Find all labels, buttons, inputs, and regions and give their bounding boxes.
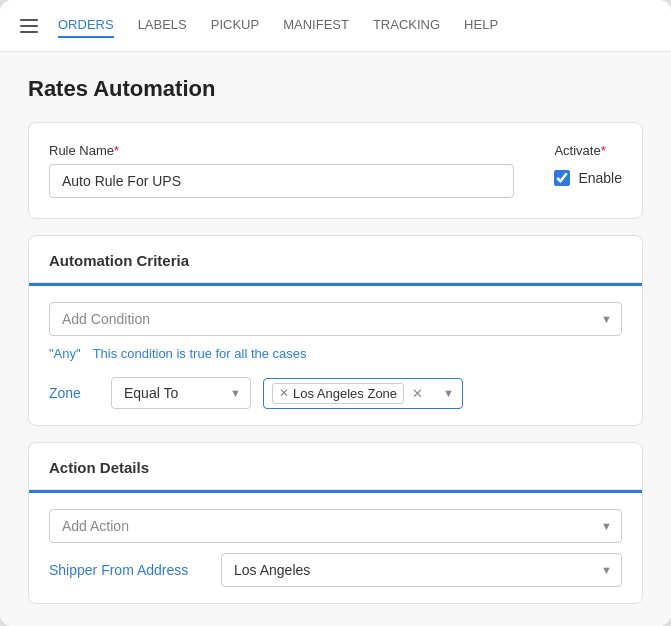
- condition-info: "Any" This condition is true for all the…: [49, 346, 622, 361]
- automation-section-title: Automation Criteria: [49, 252, 189, 269]
- shipper-select-wrapper: Los Angeles ▼: [221, 553, 622, 587]
- page-title: Rates Automation: [28, 76, 643, 102]
- enable-checkbox[interactable]: [554, 170, 570, 186]
- action-card: Action Details Add Action ▼ Shipper From…: [28, 442, 643, 604]
- action-section-title: Action Details: [49, 459, 149, 476]
- nav-manifest[interactable]: MANIFEST: [283, 13, 349, 38]
- add-action-wrapper: Add Action ▼: [49, 509, 622, 543]
- zone-row: Zone Equal To ▼ ✕ Los Angeles Zone ✕: [49, 377, 622, 409]
- condition-any: "Any": [49, 346, 81, 361]
- shipper-label: Shipper From Address: [49, 562, 209, 578]
- rule-card-top: Rule Name* Activate* Enable: [29, 123, 642, 218]
- automation-card: Automation Criteria Add Condition ▼ "Any…: [28, 235, 643, 426]
- action-section-header: Action Details: [29, 443, 642, 490]
- rule-name-label: Rule Name*: [49, 143, 514, 158]
- enable-label: Enable: [578, 170, 622, 186]
- zone-label: Zone: [49, 385, 99, 401]
- nav-orders[interactable]: ORDERS: [58, 13, 114, 38]
- nav-links: ORDERS LABELS PICKUP MANIFEST TRACKING H…: [58, 13, 498, 38]
- action-section-body: Add Action ▼ Shipper From Address Los An…: [29, 493, 642, 603]
- rule-name-group: Rule Name*: [49, 143, 514, 198]
- condition-desc: This condition is true for all the cases: [93, 346, 307, 361]
- add-condition-select[interactable]: Add Condition: [49, 302, 622, 336]
- app-container: ORDERS LABELS PICKUP MANIFEST TRACKING H…: [0, 0, 671, 626]
- tag-input-wrapper[interactable]: ✕ Los Angeles Zone ✕ ▼: [263, 378, 463, 409]
- tag-dropdown-icon[interactable]: ▼: [443, 387, 454, 399]
- rule-card: Rule Name* Activate* Enable: [28, 122, 643, 219]
- form-row: Rule Name* Activate* Enable: [49, 143, 622, 198]
- required-star: *: [114, 143, 119, 158]
- equal-to-wrapper: Equal To ▼: [111, 377, 251, 409]
- top-nav: ORDERS LABELS PICKUP MANIFEST TRACKING H…: [0, 0, 671, 52]
- activate-required-star: *: [601, 143, 606, 158]
- nav-tracking[interactable]: TRACKING: [373, 13, 440, 38]
- activate-label: Activate*: [554, 143, 622, 158]
- hamburger-icon[interactable]: [20, 19, 38, 33]
- add-action-select[interactable]: Add Action: [49, 509, 622, 543]
- main-content: Rates Automation Rule Name* Activate*: [0, 52, 671, 626]
- automation-section-header: Automation Criteria: [29, 236, 642, 283]
- los-angeles-zone-tag: ✕ Los Angeles Zone: [272, 383, 404, 404]
- tag-clear-icon[interactable]: ✕: [412, 386, 423, 401]
- rule-name-input[interactable]: [49, 164, 514, 198]
- tag-text: Los Angeles Zone: [293, 386, 397, 401]
- equal-to-select[interactable]: Equal To: [111, 377, 251, 409]
- nav-pickup[interactable]: PICKUP: [211, 13, 259, 38]
- automation-section-body: Add Condition ▼ "Any" This condition is …: [29, 286, 642, 425]
- nav-labels[interactable]: LABELS: [138, 13, 187, 38]
- shipper-select[interactable]: Los Angeles: [221, 553, 622, 587]
- nav-help[interactable]: HELP: [464, 13, 498, 38]
- activate-group: Activate* Enable: [554, 143, 622, 186]
- shipper-row: Shipper From Address Los Angeles ▼: [49, 553, 622, 587]
- add-condition-wrapper: Add Condition ▼: [49, 302, 622, 336]
- tag-remove-icon[interactable]: ✕: [279, 387, 289, 399]
- enable-checkbox-row: Enable: [554, 170, 622, 186]
